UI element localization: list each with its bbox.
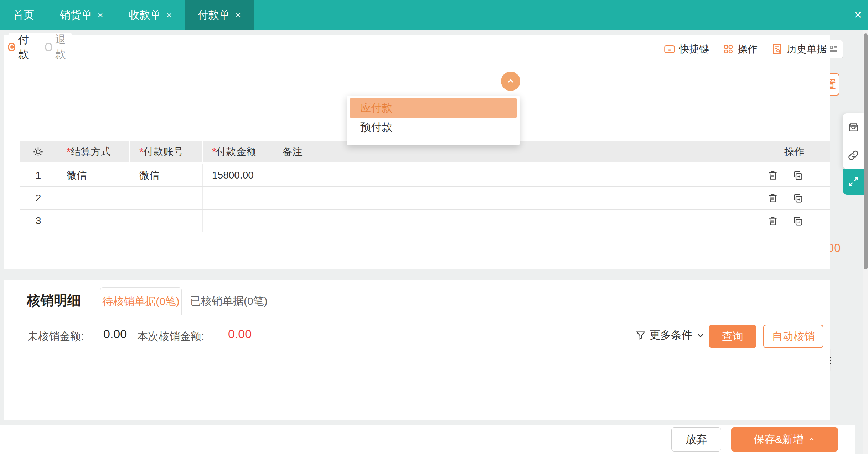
auto-writeoff-button[interactable]: 自动核销 [763, 325, 823, 348]
remark-cell[interactable] [273, 210, 758, 232]
more-filters-label: 更多条件 [650, 328, 692, 342]
tab-receipt[interactable]: 收款单 × [116, 0, 185, 30]
save-and-new-button[interactable]: 保存&新增 [731, 427, 838, 452]
close-icon[interactable]: × [166, 10, 172, 21]
row-operations [758, 164, 830, 186]
operations-label: 操作 [738, 42, 758, 56]
tab-home[interactable]: 首页 [0, 0, 47, 30]
header-settle-method: *结算方式 [57, 141, 130, 162]
save-and-new-label: 保存&新增 [754, 432, 804, 447]
operations-button[interactable]: 操作 [723, 42, 758, 56]
expand-icon [848, 176, 859, 187]
row-number: 1 [20, 164, 57, 186]
writeoff-title: 核销明细 [27, 292, 81, 310]
radio-pay-label: 付款 [18, 32, 36, 62]
current-writeoff-label: 本次核销金额: [137, 329, 204, 344]
payment-form-screen: 首页 销货单 × 收款单 × 付款单 × × 付款 退款 单据日期 2020-0… [0, 0, 868, 454]
radio-pay[interactable]: 付款 [8, 32, 36, 62]
dropdown-option-prepay[interactable]: 预付款 [347, 118, 520, 137]
row-operations [758, 187, 830, 209]
table-row: 3 [20, 210, 830, 232]
close-icon[interactable]: × [235, 10, 241, 21]
scrollbar-thumb[interactable] [864, 33, 868, 269]
dropdown-option-payable[interactable]: 应付款 [350, 98, 517, 118]
remark-cell[interactable] [273, 164, 758, 186]
more-filters-button[interactable]: 更多条件 [635, 328, 705, 342]
gear-icon [32, 146, 44, 158]
delete-row-icon[interactable] [768, 216, 778, 226]
settle-method-cell[interactable] [57, 187, 130, 209]
settle-method-cell[interactable]: 微信 [57, 164, 130, 186]
header-pay-amount: *付款金额 [203, 141, 273, 162]
biztype-collapse-button[interactable] [501, 72, 520, 91]
pay-amount-cell[interactable] [203, 187, 273, 209]
drafts-inbox-icon[interactable] [847, 121, 860, 134]
biztype-dropdown: 应付款 预付款 [347, 96, 520, 145]
shortcut-keys-button[interactable]: 快捷键 [663, 42, 709, 56]
top-tab-bar: 首页 销货单 × 收款单 × 付款单 × × [0, 0, 868, 30]
header-pay-account: *付款账号 [130, 141, 203, 162]
copy-row-icon[interactable] [792, 170, 803, 181]
query-button[interactable]: 查询 [709, 325, 756, 348]
history-doc-icon [771, 43, 783, 55]
header-operations: 操作 [758, 141, 830, 162]
radio-unselected-icon [45, 43, 52, 51]
pay-amount-cell[interactable] [203, 210, 273, 232]
copy-row-icon[interactable] [792, 193, 803, 203]
keyboard-icon [663, 43, 676, 55]
close-icon[interactable]: × [98, 10, 103, 21]
delete-row-icon[interactable] [768, 170, 778, 181]
grid-squares-icon [723, 43, 734, 55]
pay-refund-switch: 付款 退款 [8, 33, 73, 61]
side-tool-panel [843, 113, 864, 169]
pay-amount-cell[interactable]: 15800.00 [203, 164, 273, 186]
attachment-link-icon[interactable] [847, 149, 859, 161]
footer-bar [0, 425, 855, 454]
chevron-up-icon [808, 435, 816, 443]
table-row: 1 微信 微信 15800.00 [20, 164, 830, 187]
history-docs-label: 历史单据 [787, 42, 827, 56]
unsettled-label: 未核销金额: [27, 329, 84, 344]
tab-settled-docs[interactable]: 已核销单据(0笔) [190, 287, 268, 315]
row-number: 2 [20, 187, 57, 209]
tab-label: 收款单 [129, 8, 161, 22]
chevron-up-icon [506, 77, 515, 86]
current-writeoff-value: 0.00 [228, 327, 252, 341]
radio-selected-icon [8, 43, 15, 51]
tab-sales-order[interactable]: 销货单 × [47, 0, 116, 30]
payment-lines-table: *结算方式 *付款账号 *付款金额 备注 操作 1 微信 微信 15800.00 [20, 141, 830, 232]
funnel-icon [635, 330, 646, 341]
chevron-down-icon [696, 331, 705, 340]
remark-cell[interactable] [273, 187, 758, 209]
tab-pending-docs[interactable]: 待核销单据(0笔) [100, 287, 182, 315]
column-settings-gear[interactable] [20, 141, 57, 162]
pay-account-cell[interactable] [130, 187, 203, 209]
tab-payment[interactable]: 付款单 × [185, 0, 253, 30]
radio-refund-label: 退款 [55, 32, 73, 62]
window-close-icon[interactable]: × [854, 0, 862, 30]
row-number: 3 [20, 210, 57, 232]
table-row: 2 [20, 187, 830, 210]
pay-account-cell[interactable]: 微信 [130, 164, 203, 186]
settle-method-cell[interactable] [57, 210, 130, 232]
row-operations [758, 210, 830, 232]
copy-row-icon[interactable] [792, 216, 803, 226]
pay-account-cell[interactable] [130, 210, 203, 232]
tab-label: 销货单 [60, 8, 92, 22]
discard-button[interactable]: 放弃 [671, 427, 721, 452]
table-column-divider [836, 371, 836, 417]
tab-label: 首页 [13, 8, 34, 22]
expand-fullscreen-button[interactable] [843, 169, 864, 195]
tab-label: 付款单 [197, 8, 229, 22]
radio-refund[interactable]: 退款 [45, 32, 73, 62]
delete-row-icon[interactable] [768, 193, 778, 203]
history-docs-button[interactable]: 历史单据 [771, 42, 827, 56]
unsettled-value: 0.00 [103, 327, 127, 341]
shortcut-keys-label: 快捷键 [679, 42, 709, 56]
